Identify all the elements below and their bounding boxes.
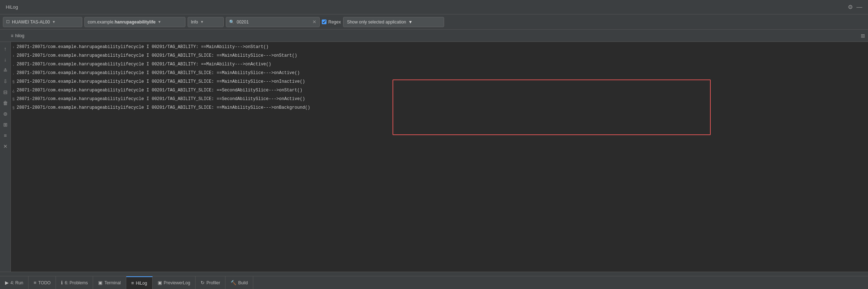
tab-profiler-label: Profiler bbox=[206, 280, 220, 285]
tab-terminal[interactable]: ▣ Terminal bbox=[93, 276, 126, 289]
package-selector[interactable]: com.example.hanrupageabilitylife ▼ bbox=[84, 17, 185, 27]
log-indicator: . bbox=[12, 61, 17, 69]
app-title: HiLog bbox=[6, 4, 18, 10]
log-row: ¿ 28071-28071/com.example.hanrupageabili… bbox=[11, 87, 868, 95]
previewer-icon: ▣ bbox=[158, 280, 162, 285]
log-indicator: § bbox=[12, 78, 17, 86]
show-selected-chevron-icon: ▼ bbox=[408, 20, 413, 25]
log-text: 28071-28071/com.example.hanrupageability… bbox=[17, 44, 269, 52]
scroll-down-button[interactable]: ↓ bbox=[1, 55, 10, 64]
regex-checkbox[interactable] bbox=[322, 20, 326, 24]
package-chevron-icon: ▼ bbox=[158, 20, 161, 24]
hilog-columns-icon[interactable]: ⊞ bbox=[861, 33, 865, 39]
layout-button[interactable]: ⊞ bbox=[1, 120, 10, 129]
log-text: 28071-28071/com.example.hanrupageability… bbox=[17, 96, 305, 104]
sort-desc-button[interactable]: ⇩ bbox=[1, 77, 10, 86]
tab-hilog-label: HiLog bbox=[136, 281, 147, 286]
level-chevron-icon: ▼ bbox=[200, 20, 204, 24]
close-button[interactable]: ✕ bbox=[1, 142, 10, 151]
log-row: § 28071-28071/com.example.hanrupageabili… bbox=[11, 95, 868, 104]
scroll-up-button[interactable]: ↑ bbox=[1, 44, 10, 53]
search-icon: 🔍 bbox=[229, 20, 234, 25]
tab-problems[interactable]: ℹ 6: Problems bbox=[56, 276, 93, 289]
tab-todo[interactable]: ≡ TODO bbox=[29, 276, 56, 289]
search-input[interactable] bbox=[237, 20, 310, 25]
log-row: › 28071-28071/com.example.hanrupageabili… bbox=[11, 52, 868, 61]
main-area: ↑ ↓ ≛ ⇩ ⊟ 🗑 ⊚ ⊞ ≡ ✕ › 28071-28071/com.ex… bbox=[0, 42, 868, 272]
log-indicator: . bbox=[12, 70, 17, 78]
level-label: Info bbox=[191, 20, 198, 25]
level-selector[interactable]: Info ▼ bbox=[188, 17, 224, 27]
log-indicator: › bbox=[12, 44, 17, 52]
log-indicator: › bbox=[12, 52, 17, 60]
hilog-header: ≡ hilog ⊞ bbox=[0, 30, 868, 42]
show-selected-label: Show only selected application bbox=[347, 20, 406, 25]
tab-todo-label: TODO bbox=[38, 280, 51, 285]
search-clear-button[interactable]: ✕ bbox=[312, 19, 316, 25]
sort-asc-button[interactable]: ≛ bbox=[1, 66, 10, 75]
tab-run[interactable]: ▶ 4: Run bbox=[0, 276, 29, 289]
device-checkbox-icon: ☐ bbox=[6, 20, 10, 24]
log-text: 28071-28071/com.example.hanrupageability… bbox=[17, 70, 300, 78]
package-label: com.example.hanrupageabilitylife bbox=[88, 20, 155, 25]
log-text: 28071-28071/com.example.hanrupageability… bbox=[17, 61, 271, 69]
log-row: › 28071-28071/com.example.hanrupageabili… bbox=[11, 43, 868, 52]
hilog-menu-icon: ≡ bbox=[11, 33, 13, 38]
tab-problems-label: 6: Problems bbox=[65, 280, 88, 285]
hilog-tab-icon: ≡ bbox=[131, 280, 134, 286]
hilog-label: ≡ hilog bbox=[11, 33, 24, 38]
device-label: HUAWEI TAS-AL00 bbox=[12, 20, 50, 25]
status-bar: ▶ 4: Run ≡ TODO ℹ 6: Problems ▣ Terminal… bbox=[0, 276, 868, 289]
camera-button[interactable]: ⊚ bbox=[1, 109, 10, 118]
tab-previewer[interactable]: ▣ PreviewerLog bbox=[153, 276, 196, 289]
filter-button[interactable]: ⊟ bbox=[1, 87, 10, 97]
tab-run-label: 4: Run bbox=[10, 280, 23, 285]
log-text: 28071-28071/com.example.hanrupageability… bbox=[17, 78, 305, 86]
terminal-icon: ▣ bbox=[98, 280, 102, 285]
log-row: . 28071-28071/com.example.hanrupageabili… bbox=[11, 69, 868, 78]
regex-label[interactable]: Regex bbox=[322, 20, 341, 25]
delete-button[interactable]: 🗑 bbox=[1, 98, 10, 108]
left-sidebar: ↑ ↓ ≛ ⇩ ⊟ 🗑 ⊚ ⊞ ≡ ✕ bbox=[0, 42, 11, 272]
regex-text: Regex bbox=[328, 20, 341, 25]
tab-hilog[interactable]: ≡ HiLog bbox=[126, 276, 153, 289]
log-indicator: § bbox=[12, 96, 17, 104]
problems-icon: ℹ bbox=[61, 280, 63, 285]
device-selector[interactable]: ☐ HUAWEI TAS-AL00 ▼ bbox=[3, 17, 82, 27]
tab-profiler[interactable]: ↻ Profiler bbox=[196, 276, 225, 289]
log-row: § 28071-28071/com.example.hanrupageabili… bbox=[11, 104, 868, 113]
device-chevron-icon: ▼ bbox=[52, 20, 56, 24]
search-box: 🔍 ✕ bbox=[226, 17, 320, 27]
window-controls: ⚙ — bbox=[848, 4, 862, 10]
log-indicator: § bbox=[12, 104, 17, 112]
log-content-area[interactable]: › 28071-28071/com.example.hanrupageabili… bbox=[11, 42, 868, 272]
log-text: 28071-28071/com.example.hanrupageability… bbox=[17, 104, 310, 112]
tab-previewer-label: PreviewerLog bbox=[164, 280, 190, 285]
build-icon: 🔨 bbox=[231, 280, 236, 285]
log-row: . 28071-28071/com.example.hanrupageabili… bbox=[11, 61, 868, 69]
todo-icon: ≡ bbox=[34, 280, 36, 285]
minimize-icon[interactable]: — bbox=[856, 4, 862, 10]
tab-build[interactable]: 🔨 Build bbox=[225, 276, 253, 289]
horizontal-scrollbar[interactable] bbox=[0, 272, 868, 276]
log-text: 28071-28071/com.example.hanrupageability… bbox=[17, 52, 297, 60]
tab-terminal-label: Terminal bbox=[104, 280, 120, 285]
toolbar: ☐ HUAWEI TAS-AL00 ▼ com.example.hanrupag… bbox=[0, 14, 868, 30]
title-bar: HiLog ⚙ — bbox=[0, 0, 868, 14]
settings-icon[interactable]: ⚙ bbox=[848, 4, 853, 10]
hilog-title: hilog bbox=[15, 33, 24, 38]
log-indicator: ¿ bbox=[12, 87, 17, 95]
list-button[interactable]: ≡ bbox=[1, 131, 10, 140]
log-row: § 28071-28071/com.example.hanrupageabili… bbox=[11, 78, 868, 87]
profiler-icon: ↻ bbox=[201, 280, 205, 285]
tab-build-label: Build bbox=[238, 280, 248, 285]
log-text: 28071-28071/com.example.hanrupageability… bbox=[17, 87, 302, 95]
run-icon: ▶ bbox=[5, 280, 9, 285]
show-selected-button[interactable]: Show only selected application ▼ bbox=[343, 17, 444, 27]
